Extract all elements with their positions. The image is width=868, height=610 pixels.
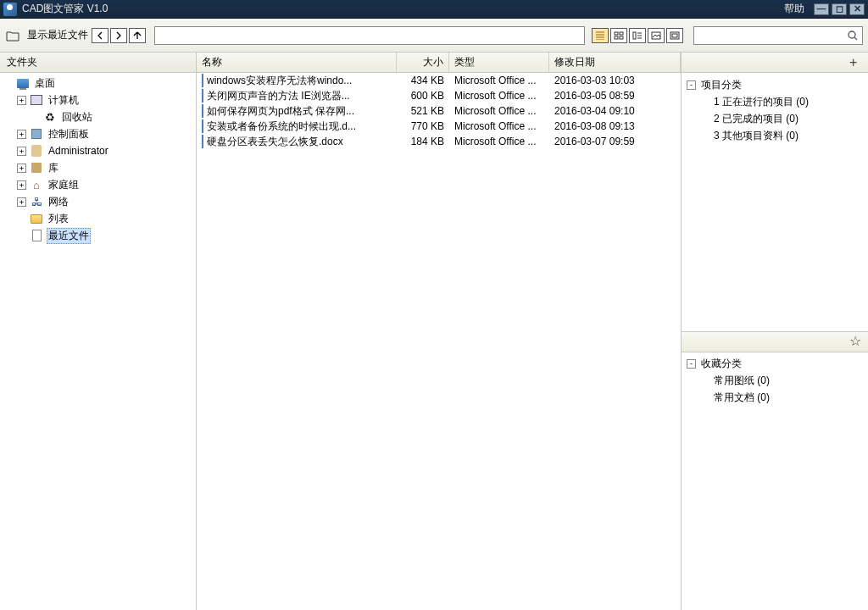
view-detail-button[interactable] [629, 28, 646, 43]
file-list-body[interactable]: windows安装程序无法将windo...434 KBMicrosoft Of… [197, 73, 681, 610]
svg-rect-4 [633, 32, 636, 39]
category-root[interactable]: -项目分类 [683, 76, 866, 93]
folder-tree-panel: 文件夹 桌面+计算机♻回收站+控制面板+Administrator+库+⌂家庭组… [0, 53, 197, 610]
file-row[interactable]: windows安装程序无法将windo...434 KBMicrosoft Of… [197, 73, 681, 88]
column-size[interactable]: 大小 [397, 53, 449, 72]
folder-tree[interactable]: 桌面+计算机♻回收站+控制面板+Administrator+库+⌂家庭组+🖧网络… [0, 73, 196, 610]
category-item[interactable]: 2 已完成的项目 (0) [683, 110, 866, 127]
add-project-icon[interactable]: + [849, 56, 863, 69]
column-type[interactable]: 类型 [449, 53, 549, 72]
favorites-tree[interactable]: -收藏分类常用图纸 (0)常用文档 (0) [682, 352, 868, 611]
user-icon [30, 144, 43, 158]
file-date: 2016-03-04 09:10 [549, 105, 681, 117]
network-icon: 🖧 [30, 195, 43, 208]
tree-item[interactable]: 列表 [0, 210, 196, 227]
column-name[interactable]: 名称 [197, 53, 397, 72]
tree-item[interactable]: +Administrator [0, 142, 196, 159]
tree-expander[interactable]: + [17, 197, 26, 207]
cpanel-icon [30, 127, 43, 141]
file-name: 如何保存网页为pdf格式 保存网... [207, 104, 354, 119]
file-icon [30, 229, 43, 242]
maximize-button[interactable]: ◻ [832, 3, 847, 15]
file-row[interactable]: 硬盘分区表丢失怎么恢复.docx184 KBMicrosoft Office .… [197, 134, 681, 149]
category-item-label: 1 正在进行的项目 (0) [712, 95, 810, 109]
computer-icon [30, 93, 43, 107]
file-size: 184 KB [397, 136, 449, 147]
category-item-label: 2 已完成的项目 (0) [712, 112, 800, 126]
file-type: Microsoft Office ... [449, 105, 549, 117]
tree-item-label: 计算机 [47, 93, 81, 108]
file-size: 521 KB [397, 105, 449, 117]
file-list-panel: 名称 大小 类型 修改日期 windows安装程序无法将windo...434 … [197, 53, 682, 610]
tree-item-label: 最近文件 [47, 228, 91, 244]
svg-rect-0 [615, 32, 618, 35]
file-row[interactable]: 如何保存网页为pdf格式 保存网...521 KBMicrosoft Offic… [197, 103, 681, 119]
tree-item[interactable]: +🖧网络 [0, 193, 196, 210]
tree-expander[interactable]: - [687, 359, 696, 369]
svg-rect-7 [672, 34, 677, 37]
add-favorite-icon[interactable]: ☆ [849, 335, 863, 348]
category-root-label: 项目分类 [699, 78, 743, 92]
nav-back-button[interactable] [92, 28, 108, 43]
file-date: 2016-03-03 10:03 [549, 75, 681, 86]
folder-tree-header: 文件夹 [0, 53, 196, 73]
view-list-button[interactable] [592, 28, 609, 43]
tree-item-label: 家庭组 [47, 178, 81, 192]
file-name: windows安装程序无法将windo... [207, 74, 352, 88]
tree-expander[interactable]: + [17, 130, 26, 139]
app-icon [3, 3, 17, 16]
address-bar[interactable] [154, 26, 585, 45]
tree-expander [3, 79, 13, 88]
category-item-label: 常用图纸 (0) [712, 374, 771, 388]
favorites-header: ☆ [682, 332, 868, 352]
category-item[interactable]: 3 其他项目资料 (0) [683, 127, 866, 144]
tree-item-label: 库 [47, 161, 60, 175]
tree-expander[interactable]: + [17, 96, 26, 105]
desktop-icon [16, 76, 30, 90]
category-item[interactable]: 1 正在进行的项目 (0) [683, 93, 866, 110]
project-tree[interactable]: -项目分类1 正在进行的项目 (0)2 已完成的项目 (0)3 其他项目资料 (… [682, 73, 868, 331]
svg-rect-1 [620, 32, 623, 35]
tree-item[interactable]: +⌂家庭组 [0, 176, 196, 193]
view-thumb-button[interactable] [666, 28, 683, 43]
file-date: 2016-03-05 08:59 [549, 90, 681, 102]
column-date[interactable]: 修改日期 [549, 53, 681, 72]
file-row[interactable]: 安装或者备份系统的时候出现.d...770 KBMicrosoft Office… [197, 119, 681, 134]
search-icon[interactable] [847, 30, 859, 42]
search-box[interactable] [693, 26, 863, 45]
view-grid-button[interactable] [610, 28, 627, 43]
file-type: Microsoft Office ... [449, 120, 549, 132]
toolbar: 显示最近文件 [0, 19, 868, 53]
help-link[interactable]: 帮助 [784, 2, 804, 16]
tree-item[interactable]: 最近文件 [0, 227, 196, 244]
tree-item-label: 控制面板 [47, 127, 91, 141]
tree-item[interactable]: 桌面 [0, 75, 196, 92]
nav-up-button[interactable] [129, 28, 146, 43]
tree-expander[interactable]: + [17, 164, 26, 173]
tree-item[interactable]: +控制面板 [0, 125, 196, 142]
category-item[interactable]: 常用图纸 (0) [683, 373, 866, 390]
folder-open-icon[interactable] [5, 28, 20, 43]
tree-item-label: 列表 [47, 212, 70, 226]
file-row[interactable]: 关闭网页声音的方法 IE浏览器...600 KBMicrosoft Office… [197, 88, 681, 103]
search-input[interactable] [698, 30, 847, 42]
tree-item[interactable]: ♻回收站 [0, 108, 196, 125]
file-size: 600 KB [397, 90, 449, 102]
nav-forward-button[interactable] [110, 28, 127, 43]
svg-rect-2 [615, 36, 618, 39]
doc-icon [202, 90, 203, 102]
category-item-label: 常用文档 (0) [712, 391, 771, 405]
minimize-button[interactable]: — [814, 3, 829, 15]
category-item-label: 3 其他项目资料 (0) [712, 129, 800, 143]
category-item[interactable]: 常用文档 (0) [683, 390, 866, 407]
view-image-button[interactable] [648, 28, 665, 43]
category-root[interactable]: -收藏分类 [683, 356, 866, 373]
tree-item[interactable]: +计算机 [0, 92, 196, 108]
lib-icon [30, 161, 43, 175]
tree-expander[interactable]: - [687, 80, 696, 90]
tree-expander[interactable]: + [17, 147, 26, 156]
tree-item-label: Administrator [47, 145, 110, 157]
tree-item[interactable]: +库 [0, 159, 196, 176]
close-button[interactable]: ✕ [849, 3, 865, 15]
tree-expander[interactable]: + [17, 180, 26, 190]
